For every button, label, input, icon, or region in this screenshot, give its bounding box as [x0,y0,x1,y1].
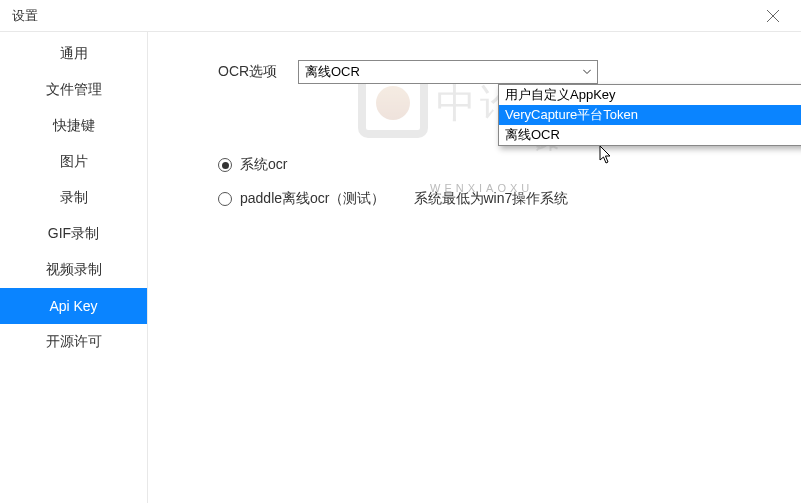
radio-system-ocr-label: 系统ocr [240,156,287,174]
radio-paddle-ocr-label: paddle离线ocr（测试） [240,190,386,208]
sidebar-item-api-key[interactable]: Api Key [0,288,147,324]
window-title: 设置 [12,7,38,25]
sidebar-item-label: 快捷键 [53,117,95,135]
dropdown-item-label: 用户自定义AppKey [505,86,616,104]
title-bar: 设置 [0,0,801,32]
dropdown-item-offline-ocr[interactable]: 离线OCR [499,125,801,145]
radio-paddle-ocr[interactable] [218,192,232,206]
ocr-select-value: 离线OCR [305,63,360,81]
sidebar-item-label: GIF录制 [48,225,99,243]
sidebar-item-label: Api Key [49,298,97,314]
sidebar-item-shortcuts[interactable]: 快捷键 [0,108,147,144]
dropdown-item-label: VeryCapture平台Token [505,106,638,124]
radio-system-ocr[interactable] [218,158,232,172]
close-button[interactable] [757,0,789,32]
sidebar-item-general[interactable]: 通用 [0,36,147,72]
ocr-option-label: OCR选项 [172,63,298,81]
sidebar-item-label: 视频录制 [46,261,102,279]
ocr-select[interactable]: 离线OCR [298,60,598,84]
sidebar-item-file-management[interactable]: 文件管理 [0,72,147,108]
dropdown-item-label: 离线OCR [505,126,560,144]
dropdown-item-verycapture[interactable]: VeryCapture平台Token [499,105,801,125]
sidebar-item-label: 文件管理 [46,81,102,99]
sidebar-item-label: 通用 [60,45,88,63]
sidebar-item-record[interactable]: 录制 [0,180,147,216]
sidebar-item-label: 录制 [60,189,88,207]
watermark-subtext: WENXIAOXU [430,182,533,194]
dropdown-item-appkey[interactable]: 用户自定义AppKey [499,85,801,105]
ocr-dropdown: 用户自定义AppKey VeryCapture平台Token 离线OCR [498,84,801,146]
sidebar: 通用 文件管理 快捷键 图片 录制 GIF录制 视频录制 Api Key 开源许… [0,32,148,503]
chevron-down-icon [583,70,591,75]
sidebar-item-label: 开源许可 [46,333,102,351]
sidebar-item-gif-record[interactable]: GIF录制 [0,216,147,252]
sidebar-item-video-record[interactable]: 视频录制 [0,252,147,288]
content-panel: 中论 资源库 WENXIAOXU OCR选项 离线OCR 系统ocr paddl… [148,32,801,503]
sidebar-item-label: 图片 [60,153,88,171]
sidebar-item-image[interactable]: 图片 [0,144,147,180]
close-icon [766,9,780,23]
sidebar-item-open-source[interactable]: 开源许可 [0,324,147,360]
